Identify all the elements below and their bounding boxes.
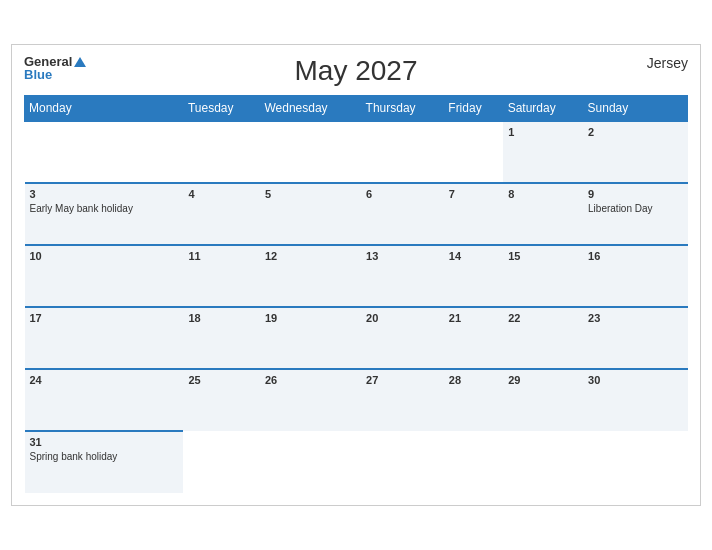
day-number: 15 xyxy=(508,250,578,262)
calendar-container: General Blue May 2027 Jersey Monday Tues… xyxy=(11,44,701,506)
day-number: 5 xyxy=(265,188,356,200)
col-friday: Friday xyxy=(444,96,503,122)
cell-w0-d5: 1 xyxy=(503,121,583,183)
cell-w4-d0: 24 xyxy=(25,369,184,431)
cell-w4-d2: 26 xyxy=(260,369,361,431)
day-number: 9 xyxy=(588,188,682,200)
day-number: 22 xyxy=(508,312,578,324)
cell-w0-d3 xyxy=(361,121,444,183)
day-number: 28 xyxy=(449,374,498,386)
day-number: 14 xyxy=(449,250,498,262)
col-saturday: Saturday xyxy=(503,96,583,122)
cell-w3-d4: 21 xyxy=(444,307,503,369)
cell-w4-d3: 27 xyxy=(361,369,444,431)
day-number: 16 xyxy=(588,250,682,262)
day-number: 30 xyxy=(588,374,682,386)
day-number: 4 xyxy=(188,188,255,200)
cell-w2-d2: 12 xyxy=(260,245,361,307)
week-row-2: 10111213141516 xyxy=(25,245,688,307)
week-row-5: 31Spring bank holiday xyxy=(25,431,688,493)
day-number: 8 xyxy=(508,188,578,200)
day-number: 27 xyxy=(366,374,439,386)
cell-w0-d2 xyxy=(260,121,361,183)
day-number: 29 xyxy=(508,374,578,386)
logo-blue-text: Blue xyxy=(24,68,86,81)
day-number: 3 xyxy=(30,188,179,200)
cell-w1-d4: 7 xyxy=(444,183,503,245)
cell-w0-d1 xyxy=(183,121,260,183)
day-number: 13 xyxy=(366,250,439,262)
col-thursday: Thursday xyxy=(361,96,444,122)
cell-w3-d5: 22 xyxy=(503,307,583,369)
day-number: 7 xyxy=(449,188,498,200)
cell-w5-d6 xyxy=(583,431,687,493)
cell-w0-d4 xyxy=(444,121,503,183)
cell-w5-d0: 31Spring bank holiday xyxy=(25,431,184,493)
cell-w3-d1: 18 xyxy=(183,307,260,369)
day-event: Liberation Day xyxy=(588,202,682,215)
calendar-body: 123Early May bank holiday456789Liberatio… xyxy=(25,121,688,493)
day-number: 23 xyxy=(588,312,682,324)
week-row-3: 17181920212223 xyxy=(25,307,688,369)
cell-w5-d3 xyxy=(361,431,444,493)
day-number: 19 xyxy=(265,312,356,324)
cell-w0-d0 xyxy=(25,121,184,183)
cell-w1-d3: 6 xyxy=(361,183,444,245)
day-event: Spring bank holiday xyxy=(30,450,179,463)
day-number: 10 xyxy=(30,250,179,262)
cell-w2-d4: 14 xyxy=(444,245,503,307)
day-number: 24 xyxy=(30,374,179,386)
cell-w3-d3: 20 xyxy=(361,307,444,369)
col-sunday: Sunday xyxy=(583,96,687,122)
week-row-0: 12 xyxy=(25,121,688,183)
cell-w1-d1: 4 xyxy=(183,183,260,245)
day-number: 17 xyxy=(30,312,179,324)
day-number: 11 xyxy=(188,250,255,262)
cell-w3-d0: 17 xyxy=(25,307,184,369)
cell-w2-d0: 10 xyxy=(25,245,184,307)
day-number: 18 xyxy=(188,312,255,324)
calendar-title: May 2027 xyxy=(295,55,418,87)
day-number: 20 xyxy=(366,312,439,324)
cell-w2-d3: 13 xyxy=(361,245,444,307)
calendar-header: General Blue May 2027 Jersey xyxy=(24,55,688,87)
cell-w3-d2: 19 xyxy=(260,307,361,369)
cell-w1-d0: 3Early May bank holiday xyxy=(25,183,184,245)
col-wednesday: Wednesday xyxy=(260,96,361,122)
cell-w4-d1: 25 xyxy=(183,369,260,431)
cell-w1-d6: 9Liberation Day xyxy=(583,183,687,245)
cell-w5-d1 xyxy=(183,431,260,493)
cell-w2-d6: 16 xyxy=(583,245,687,307)
logo-triangle-icon xyxy=(74,57,86,67)
cell-w1-d2: 5 xyxy=(260,183,361,245)
day-number: 2 xyxy=(588,126,682,138)
cell-w5-d4 xyxy=(444,431,503,493)
day-number: 6 xyxy=(366,188,439,200)
day-number: 25 xyxy=(188,374,255,386)
week-row-1: 3Early May bank holiday456789Liberation … xyxy=(25,183,688,245)
cell-w4-d6: 30 xyxy=(583,369,687,431)
day-event: Early May bank holiday xyxy=(30,202,179,215)
cell-w5-d5 xyxy=(503,431,583,493)
calendar-table: Monday Tuesday Wednesday Thursday Friday… xyxy=(24,95,688,493)
calendar-thead: Monday Tuesday Wednesday Thursday Friday… xyxy=(25,96,688,122)
cell-w1-d5: 8 xyxy=(503,183,583,245)
cell-w2-d5: 15 xyxy=(503,245,583,307)
cell-w5-d2 xyxy=(260,431,361,493)
day-number: 1 xyxy=(508,126,578,138)
logo: General Blue xyxy=(24,55,86,81)
col-monday: Monday xyxy=(25,96,184,122)
cell-w3-d6: 23 xyxy=(583,307,687,369)
cell-w2-d1: 11 xyxy=(183,245,260,307)
day-number: 31 xyxy=(30,436,179,448)
cell-w4-d5: 29 xyxy=(503,369,583,431)
day-number: 21 xyxy=(449,312,498,324)
cell-w0-d6: 2 xyxy=(583,121,687,183)
cell-w4-d4: 28 xyxy=(444,369,503,431)
day-number: 12 xyxy=(265,250,356,262)
region-label: Jersey xyxy=(647,55,688,71)
header-row: Monday Tuesday Wednesday Thursday Friday… xyxy=(25,96,688,122)
week-row-4: 24252627282930 xyxy=(25,369,688,431)
day-number: 26 xyxy=(265,374,356,386)
col-tuesday: Tuesday xyxy=(183,96,260,122)
